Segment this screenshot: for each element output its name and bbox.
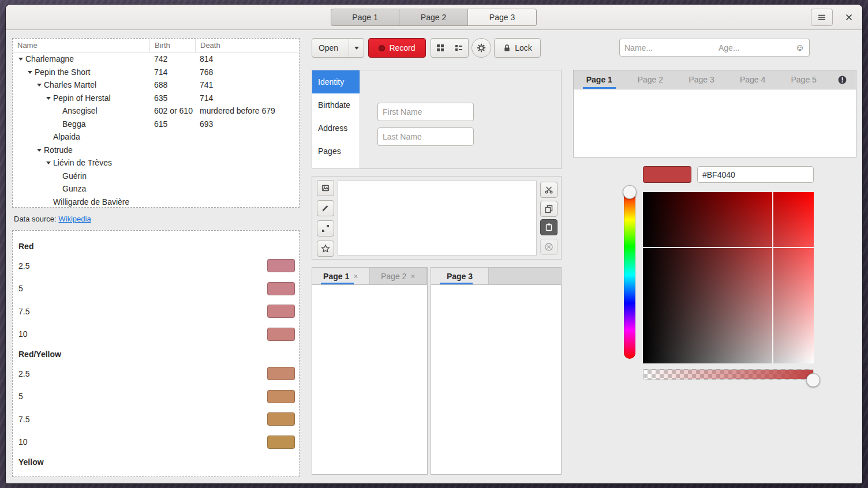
tab-page1[interactable]: Page 1 [312, 268, 370, 284]
column-header-name[interactable]: Name [13, 39, 149, 52]
image-button[interactable] [317, 180, 334, 196]
list-item[interactable]: 2.5 [18, 254, 295, 277]
grid-view-button[interactable] [431, 38, 450, 58]
family-tree-table[interactable]: Name Birth Death Charlemagne 742 814 Pep… [12, 38, 300, 208]
pen-button[interactable] [317, 200, 334, 216]
color-hex-field[interactable] [697, 166, 814, 183]
cell-birth: 602 or 610 [149, 106, 195, 115]
expander-icon[interactable] [44, 159, 53, 167]
tree-row[interactable]: Ansegisel 602 or 610 murdered before 679 [13, 104, 299, 118]
tab-page1[interactable]: Page 1 [574, 70, 625, 89]
sidebar-item-identity[interactable]: Identity [312, 70, 360, 93]
clear-button [540, 239, 558, 255]
expander-icon[interactable] [25, 68, 35, 76]
tree-row[interactable]: Alpaida [13, 130, 299, 144]
tree-row[interactable]: Guérin [13, 170, 299, 183]
list-item[interactable]: 5 [18, 385, 295, 408]
tree-row[interactable]: Pepin the Short 714 768 [13, 66, 299, 79]
notebook-right-tab-bar: Page 3 [431, 268, 561, 285]
stack-sidebar: Identity Birthdate Address Pages [312, 70, 360, 168]
first-name-field[interactable] [377, 103, 474, 121]
sidebar-item-birthdate[interactable]: Birthdate [312, 93, 360, 117]
list-item[interactable]: 7.5 [18, 300, 295, 323]
tree-column-headers: Name Birth Death [13, 39, 299, 52]
cell-name: Charles Martel [44, 80, 96, 89]
tab-page2[interactable]: Page 2 [625, 70, 676, 89]
last-name-field[interactable] [377, 127, 474, 146]
open-dropdown[interactable] [349, 39, 364, 57]
first-name-input[interactable] [383, 107, 469, 117]
expander-icon[interactable] [35, 81, 44, 89]
color-hex-input[interactable] [702, 170, 809, 179]
menu-button[interactable] [811, 9, 833, 26]
open-button[interactable]: Open [312, 38, 364, 58]
text-view[interactable] [338, 181, 537, 256]
last-name-input[interactable] [383, 132, 469, 141]
expander-icon[interactable] [16, 55, 25, 63]
tab-page2[interactable]: Page 2 [370, 268, 428, 284]
hue-slider[interactable] [624, 191, 635, 359]
tab-page4[interactable]: Page 4 [727, 70, 779, 89]
settings-button[interactable] [472, 38, 491, 58]
tree-row[interactable]: Pepin of Herstal 635 714 [13, 92, 299, 105]
list-item[interactable]: 10 [18, 431, 295, 454]
tree-row[interactable]: Begga 615 693 [13, 118, 299, 131]
cell-birth: 635 [149, 93, 195, 103]
emoji-chooser-icon[interactable]: ☺ [795, 43, 805, 52]
sidebar-item-pages[interactable]: Pages [312, 140, 360, 163]
column-header-death[interactable]: Death [195, 39, 299, 52]
list-item[interactable]: 10 [18, 323, 295, 346]
tree-row[interactable]: Willigarde de Bavière [13, 196, 299, 208]
hue-slider-handle[interactable] [623, 185, 637, 199]
list-item[interactable]: 5 [18, 277, 295, 301]
tab-close-icon[interactable] [353, 272, 358, 281]
list-item[interactable]: 7.5 [18, 408, 295, 431]
list-item[interactable]: 2.5 [18, 362, 295, 385]
tab-page5[interactable]: Page 5 [778, 70, 829, 89]
tree-row[interactable]: Rotrude [13, 144, 299, 157]
header-tab-page2[interactable]: Page 2 [399, 9, 468, 26]
expander-icon[interactable] [44, 94, 53, 102]
saturation-value-plane[interactable] [643, 192, 814, 363]
alpha-slider-handle[interactable] [806, 373, 820, 387]
copy-button[interactable] [540, 201, 558, 217]
wikipedia-link[interactable]: Wikipedia [58, 215, 91, 223]
tree-row[interactable]: Liévin de Trèves [13, 156, 299, 170]
record-dot-icon [379, 45, 385, 51]
name-input[interactable] [624, 43, 709, 52]
tab-action-button[interactable] [829, 70, 856, 89]
clear-circle-x-icon [544, 242, 553, 251]
column-header-birth[interactable]: Birth [149, 39, 195, 52]
tab-page3[interactable]: Page 3 [676, 70, 727, 89]
expander-icon[interactable] [35, 146, 44, 154]
close-icon [844, 13, 854, 22]
cell-name: Pepin the Short [35, 67, 91, 77]
paste-button[interactable] [540, 219, 558, 235]
cut-button[interactable] [540, 182, 558, 198]
tree-row[interactable]: Gunza [13, 182, 299, 196]
favorite-button[interactable] [317, 241, 334, 257]
lock-button[interactable]: Lock [494, 38, 541, 58]
color-scale-list[interactable]: Red 2.5 5 7.5 10 Red/Yellow 2.5 5 7.5 [12, 230, 300, 477]
hamburger-icon [817, 13, 826, 22]
header-tab-page1[interactable]: Page 1 [331, 9, 399, 26]
cell-name: Alpaida [53, 132, 80, 141]
current-color-swatch-button[interactable] [643, 166, 691, 183]
alpha-slider[interactable] [643, 369, 814, 380]
age-input[interactable] [719, 43, 795, 52]
tree-row[interactable]: Charlemagne 742 814 [13, 52, 299, 66]
age-field[interactable]: ☺ [714, 39, 810, 57]
resize-button[interactable] [317, 220, 334, 237]
name-field[interactable] [619, 39, 714, 57]
record-button[interactable]: Record [368, 38, 426, 58]
cell-death: 693 [195, 119, 299, 129]
tab-close-icon[interactable] [410, 272, 415, 281]
sv-crosshair-vertical [772, 192, 773, 363]
header-tab-page3[interactable]: Page 3 [468, 9, 537, 26]
sidebar-item-address[interactable]: Address [312, 117, 360, 140]
star-icon [321, 244, 330, 253]
tab-page3[interactable]: Page 3 [431, 268, 489, 284]
list-view-button[interactable] [449, 38, 469, 58]
window-close-button[interactable] [839, 9, 859, 26]
tree-row[interactable]: Charles Martel 688 741 [13, 78, 299, 92]
